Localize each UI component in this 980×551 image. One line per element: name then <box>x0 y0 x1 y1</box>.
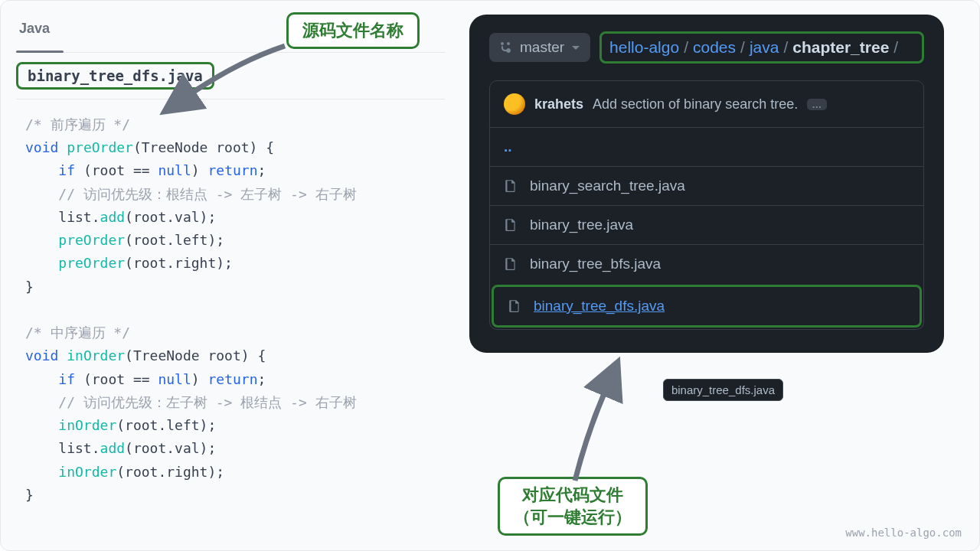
repo-panel: master hello-algo / codes / java / chapt… <box>469 15 944 536</box>
code-text: list. <box>58 440 100 456</box>
code-semi: ; <box>258 371 266 387</box>
kw-return: return <box>207 162 257 178</box>
kw-void: void <box>25 347 58 364</box>
code-comment: /* 中序遍历 */ <box>25 324 130 341</box>
code-text: ) <box>191 162 208 178</box>
filename-row: binary_tree_dfs.java <box>16 53 445 99</box>
hover-tooltip: binary_tree_dfs.java <box>663 379 783 401</box>
code-text: (root.val); <box>125 209 216 225</box>
kw-null: null <box>158 162 191 178</box>
code-text: (TreeNode root) { <box>125 347 266 364</box>
branch-name: master <box>520 39 564 56</box>
file-name: binary_tree_bfs.java <box>530 256 661 272</box>
breadcrumb-current: chapter_tree <box>792 38 889 57</box>
breadcrumb-separator: / <box>893 38 898 57</box>
fn-call: inOrder <box>58 464 116 480</box>
kw-null: null <box>158 371 191 387</box>
commit-author: krahets <box>534 96 583 112</box>
code-text: ) <box>191 371 208 387</box>
file-icon <box>504 179 518 193</box>
chevron-down-icon <box>572 46 580 50</box>
file-name: binary_tree.java <box>530 217 633 233</box>
file-icon <box>504 257 518 271</box>
fn-preorder: preOrder <box>67 139 133 155</box>
callout-filename: 源码文件名称 <box>286 12 420 49</box>
github-card: master hello-algo / codes / java / chapt… <box>469 15 944 353</box>
file-icon <box>504 218 518 232</box>
code-comment: /* 前序遍历 */ <box>25 116 130 132</box>
breadcrumb: hello-algo / codes / java / chapter_tree… <box>599 31 924 64</box>
fn-add: add <box>100 209 126 225</box>
latest-commit-row[interactable]: krahets Add section of binary search tre… <box>489 80 924 128</box>
code-text: (root.left); <box>116 417 216 433</box>
code-semi: ; <box>258 162 266 178</box>
git-branch-icon <box>500 41 512 54</box>
file-row-highlighted[interactable]: binary_tree_dfs.java <box>492 285 922 328</box>
breadcrumb-link[interactable]: java <box>750 38 779 57</box>
kw-void: void <box>25 139 58 155</box>
code-comment: // 访问优先级：根结点 -> 左子树 -> 右子树 <box>58 186 356 202</box>
code-text: (root == <box>75 162 158 178</box>
avatar <box>504 93 525 115</box>
breadcrumb-separator: / <box>684 38 688 57</box>
kw-if: if <box>58 371 75 387</box>
code-text: (root == <box>75 371 158 387</box>
callout-codefile: 对应代码文件 （可一键运行） <box>498 477 648 536</box>
code-text: (root.left); <box>125 232 224 248</box>
file-row[interactable]: binary_tree_bfs.java <box>490 244 923 283</box>
tab-java[interactable]: Java <box>16 21 53 44</box>
fn-call: inOrder <box>58 417 116 433</box>
breadcrumb-separator: / <box>783 38 788 57</box>
code-block: /* 前序遍历 */ void preOrder(TreeNode root) … <box>16 99 445 520</box>
file-name: binary_tree_dfs.java <box>534 298 665 315</box>
repo-header: master hello-algo / codes / java / chapt… <box>489 31 924 64</box>
fn-call: preOrder <box>58 232 125 248</box>
breadcrumb-link[interactable]: hello-algo <box>609 38 679 57</box>
brace-close: } <box>25 487 34 503</box>
code-text: list. <box>58 209 100 225</box>
callout-line-1: 对应代码文件 <box>514 484 632 507</box>
breadcrumb-link[interactable]: codes <box>693 38 736 57</box>
brace-close: } <box>25 279 34 295</box>
code-text: (root.right); <box>116 464 224 480</box>
file-row[interactable]: binary_search_tree.java <box>490 166 923 205</box>
fn-add: add <box>100 440 126 456</box>
branch-selector-button[interactable]: master <box>489 33 590 62</box>
kw-if: if <box>58 162 75 178</box>
fn-inorder: inOrder <box>67 347 125 364</box>
commit-message: Add section of binary search tree. <box>593 96 798 112</box>
updir-label: .. <box>504 139 512 155</box>
callout-line-2: （可一键运行） <box>514 506 632 529</box>
code-comment: // 访问优先级：左子树 -> 根结点 -> 右子树 <box>58 394 356 410</box>
file-row[interactable]: binary_tree.java <box>490 205 923 244</box>
watermark: www.hello-algo.com <box>845 527 962 539</box>
filename-chip: binary_tree_dfs.java <box>16 62 214 90</box>
fn-call: preOrder <box>58 255 125 271</box>
file-icon <box>508 299 521 313</box>
ellipsis-button[interactable]: … <box>807 99 827 110</box>
file-name: binary_search_tree.java <box>530 178 685 194</box>
code-text: (root.val); <box>125 440 216 456</box>
code-text: (TreeNode root) { <box>133 139 274 155</box>
kw-return: return <box>207 371 257 387</box>
file-list: .. binary_search_tree.java binary_tree.j… <box>489 128 924 330</box>
code-panel: Java binary_tree_dfs.java /* 前序遍历 */ voi… <box>16 15 445 536</box>
breadcrumb-separator: / <box>740 38 745 57</box>
tab-underline <box>16 51 64 53</box>
parent-directory-link[interactable]: .. <box>490 128 923 166</box>
code-text: (root.right); <box>125 255 233 271</box>
